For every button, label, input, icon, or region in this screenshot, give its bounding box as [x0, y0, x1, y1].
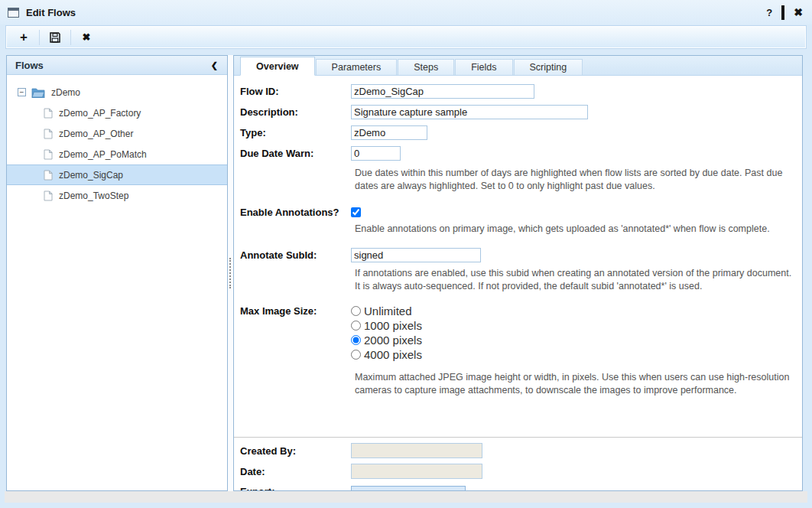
panel-splitter[interactable]: [228, 55, 233, 491]
max-size-radio-4000[interactable]: [351, 350, 361, 360]
tab-fields[interactable]: Fields: [455, 59, 512, 75]
document-icon: [44, 108, 53, 119]
enable-annotations-checkbox[interactable]: [351, 207, 361, 217]
maximize-button[interactable]: [781, 8, 784, 18]
description-row: Description:: [240, 105, 796, 119]
due-date-warn-help: Due dates within this number of days are…: [355, 167, 796, 193]
max-image-size-label: Max Image Size:: [240, 304, 351, 317]
description-label: Description:: [240, 106, 351, 118]
created-by-row: Created By:: [240, 443, 796, 458]
tree-leaf-label: zDemo_AP_Factory: [59, 108, 141, 119]
flow-id-label: Flow ID:: [240, 86, 351, 97]
enable-annotations-row: Enable Annotations?: [240, 207, 796, 218]
delete-flow-button[interactable]: ✖: [74, 28, 99, 47]
section-divider: [234, 437, 802, 438]
due-date-warn-input[interactable]: [351, 146, 401, 161]
tree-leaf-flow[interactable]: zDemo_AP_Other: [7, 123, 227, 144]
flows-panel-title: Flows: [15, 60, 44, 71]
flows-tree: − zDemo zDemo_AP_Factory zD: [7, 75, 227, 206]
add-flow-button[interactable]: +: [11, 28, 36, 47]
date-label: Date:: [240, 466, 351, 477]
flows-panel-header: Flows ❮: [7, 56, 227, 75]
due-date-warn-row: Due Date Warn:: [240, 146, 796, 161]
tab-bar: Overview Parameters Steps Fields Scripti…: [234, 56, 802, 76]
annotate-subid-input[interactable]: [351, 248, 481, 262]
tree-leaf-label: zDemo_TwoStep: [59, 190, 128, 201]
plus-icon: +: [20, 30, 28, 45]
export-definition-button[interactable]: Export This Definition: [351, 486, 466, 490]
type-row: Type:: [240, 125, 796, 140]
tree-leaf-flow[interactable]: zDemo_AP_PoMatch: [7, 144, 227, 164]
radio-option-label: 1000 pixels: [364, 319, 422, 332]
type-input[interactable]: [351, 125, 427, 140]
save-icon: [49, 31, 61, 44]
document-icon: [44, 190, 53, 201]
export-row: Export: Export This Definition: [240, 486, 796, 490]
annotate-subid-help: If annotations are enabled, use this sub…: [355, 267, 796, 293]
date-input: [351, 464, 482, 479]
status-strip: [5, 491, 807, 503]
tree-leaf-label: zDemo_SigCap: [59, 170, 123, 181]
enable-annotations-help: Enable annotations on primary image, whi…: [355, 223, 796, 236]
radio-option-label: 2000 pixels: [364, 334, 422, 347]
flow-id-input[interactable]: [351, 84, 534, 99]
annotate-subid-label: Annotate SubId:: [240, 249, 351, 261]
max-image-size-options: Unlimited 1000 pixels 2000 pixels 4000 p…: [351, 304, 422, 362]
collapse-toggle-icon[interactable]: −: [18, 88, 26, 96]
window-controls: ? ✖: [766, 7, 803, 18]
tab-overview[interactable]: Overview: [240, 57, 315, 76]
tab-steps[interactable]: Steps: [398, 59, 454, 75]
detail-panel: Overview Parameters Steps Fields Scripti…: [233, 55, 803, 491]
export-label: Export:: [240, 486, 351, 490]
title-bar: Edit Flows ? ✖: [0, 0, 812, 24]
toolbar-separator: [70, 30, 71, 45]
max-size-radio-unlimited[interactable]: [351, 306, 361, 316]
maximize-icon: [781, 5, 784, 20]
tree-node-zdemo[interactable]: − zDemo: [7, 82, 227, 103]
radio-option-label: Unlimited: [364, 304, 412, 318]
collapse-panel-button[interactable]: ❮: [211, 60, 218, 70]
radio-option-4000[interactable]: 4000 pixels: [351, 347, 422, 362]
flow-id-row: Flow ID:: [240, 84, 796, 99]
tree-leaf-label: zDemo_AP_PoMatch: [59, 149, 147, 160]
due-date-warn-label: Due Date Warn:: [240, 148, 351, 159]
tab-scripting[interactable]: Scripting: [514, 59, 583, 75]
created-by-input: [351, 443, 482, 458]
main-area: Flows ❮ − zDemo zDemo_AP_Factory: [6, 55, 803, 491]
toolbar-separator: [39, 30, 40, 45]
flows-panel: Flows ❮ − zDemo zDemo_AP_Factory: [6, 55, 228, 491]
description-input[interactable]: [351, 105, 588, 119]
delete-icon: ✖: [83, 31, 91, 43]
max-image-size-help: Maximum attached JPEG image height or wi…: [355, 371, 796, 397]
tab-parameters[interactable]: Parameters: [316, 59, 398, 75]
enable-annotations-label: Enable Annotations?: [240, 207, 351, 218]
type-label: Type:: [240, 127, 351, 138]
radio-option-unlimited[interactable]: Unlimited: [351, 304, 422, 318]
splitter-grip-icon: [229, 258, 231, 288]
radio-option-label: 4000 pixels: [364, 348, 422, 361]
document-icon: [44, 129, 53, 139]
created-by-label: Created By:: [240, 445, 351, 457]
overview-form: Flow ID: Description: Type: Due Date War…: [234, 76, 802, 490]
toolbar: + ✖: [6, 26, 806, 48]
window-icon: [8, 8, 19, 18]
max-size-radio-2000[interactable]: [351, 335, 361, 345]
window-title: Edit Flows: [26, 7, 76, 18]
annotate-subid-row: Annotate SubId:: [240, 248, 796, 262]
max-image-size-row: Max Image Size: Unlimited 1000 pixels 20…: [240, 304, 796, 366]
tree-leaf-flow[interactable]: zDemo_AP_Factory: [7, 103, 227, 123]
tree-node-label: zDemo: [51, 87, 80, 98]
tree-leaf-flow[interactable]: zDemo_TwoStep: [7, 185, 227, 206]
document-icon: [44, 170, 53, 181]
tree-leaf-flow-selected[interactable]: zDemo_SigCap: [7, 164, 227, 185]
max-size-radio-1000[interactable]: [351, 321, 361, 331]
radio-option-2000[interactable]: 2000 pixels: [351, 333, 422, 347]
radio-option-1000[interactable]: 1000 pixels: [351, 318, 422, 333]
close-button[interactable]: ✖: [794, 7, 803, 18]
document-icon: [44, 149, 53, 160]
save-button[interactable]: [43, 28, 67, 47]
folder-open-icon: [31, 87, 45, 98]
help-button[interactable]: ?: [766, 8, 772, 18]
date-row: Date:: [240, 464, 796, 479]
tree-leaf-label: zDemo_AP_Other: [59, 129, 133, 139]
